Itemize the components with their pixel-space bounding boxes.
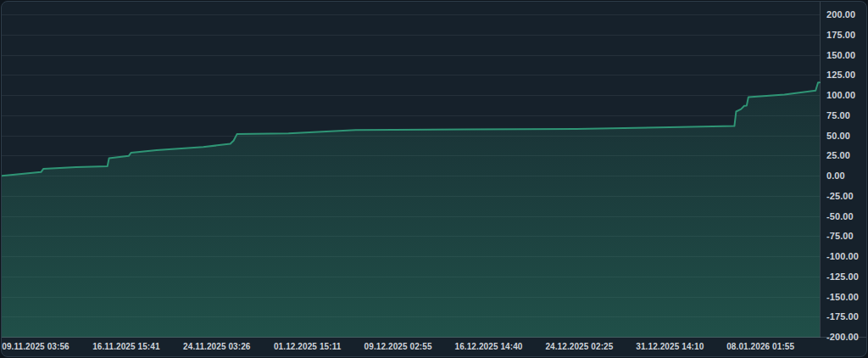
time-axis-label: 24.11.2025 03:26 [183, 341, 250, 352]
time-axis[interactable]: 09.11.2025 03:5616.11.2025 15:4124.11.20… [1, 338, 821, 356]
time-axis-label: 01.12.2025 15:11 [274, 341, 341, 352]
time-axis-label: 16.12.2025 14:40 [454, 341, 522, 352]
time-axis-label: 09.12.2025 02:55 [364, 341, 432, 352]
price-axis-label: 100.00 [826, 90, 855, 101]
area-fill [1, 82, 820, 337]
price-axis-label: 200.00 [826, 9, 855, 20]
price-axis-label: -150.00 [826, 292, 859, 303]
time-axis-label: 09.11.2025 03:56 [2, 341, 69, 352]
price-axis-label: -100.00 [826, 251, 859, 262]
price-axis-label: 50.00 [826, 131, 850, 142]
price-axis-label: -175.00 [826, 311, 859, 322]
price-axis-label: 75.00 [826, 110, 850, 121]
area-chart-plot[interactable] [1, 1, 867, 357]
price-axis-label: 175.00 [826, 30, 855, 41]
chart-widget: 200.00175.00150.00125.00100.0075.0050.00… [0, 0, 868, 358]
price-axis-label: -75.00 [826, 231, 854, 242]
price-axis-label: -125.00 [826, 271, 859, 282]
time-axis-label: 16.11.2025 15:41 [92, 341, 159, 352]
price-axis-label: -200.00 [826, 332, 859, 343]
price-axis-label: -50.00 [826, 211, 854, 222]
time-axis-label: 31.12.2025 14:10 [636, 341, 704, 352]
chart-panel: 200.00175.00150.00125.00100.0075.0050.00… [1, 1, 867, 357]
price-axis-label: 0.00 [826, 171, 845, 182]
price-axis-label: 150.00 [826, 50, 855, 61]
time-axis-label: 08.01.2026 01:55 [726, 341, 794, 352]
time-axis-label: 24.12.2025 02:25 [545, 341, 613, 352]
price-axis[interactable]: 200.00175.00150.00125.00100.0075.0050.00… [820, 1, 867, 339]
price-axis-label: 125.00 [826, 70, 855, 81]
price-axis-label: 25.00 [826, 150, 850, 161]
price-axis-label: -25.00 [826, 191, 854, 202]
